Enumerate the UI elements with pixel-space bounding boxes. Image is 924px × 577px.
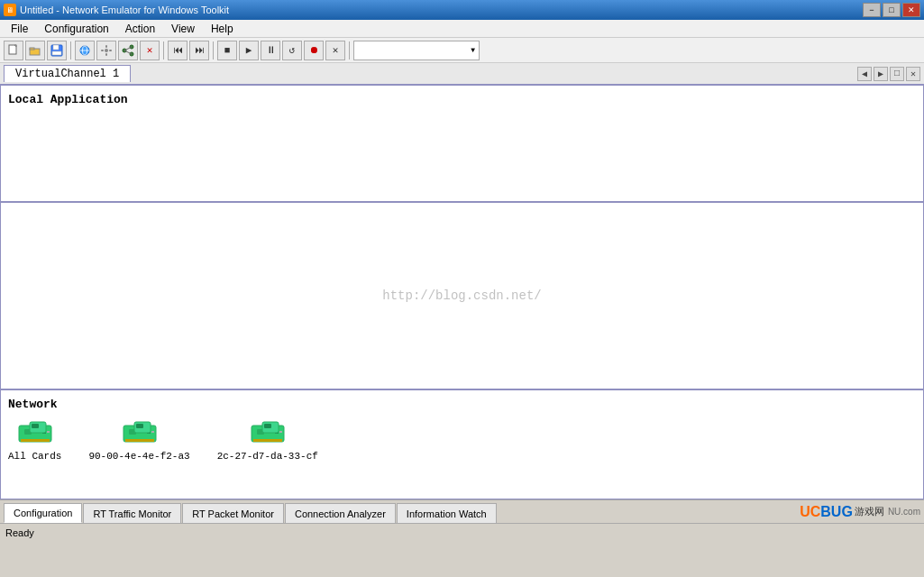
maximize-button[interactable]: □ (883, 3, 901, 17)
ucbug-sub: 游戏网 (855, 505, 884, 518)
svg-rect-5 (53, 45, 59, 50)
toolbar-sep-2 (163, 41, 164, 60)
tb-open-button[interactable] (25, 41, 45, 60)
svg-rect-6 (52, 51, 61, 55)
tb-delete-button[interactable]: ✕ (140, 41, 160, 60)
svg-rect-30 (151, 431, 154, 433)
svg-rect-3 (30, 48, 34, 50)
svg-rect-11 (105, 45, 107, 48)
network-item-all-cards[interactable]: All Cards (8, 418, 61, 462)
tb-pause-button[interactable]: ⏸ (261, 41, 280, 60)
tab-controls: ◀ ▶ □ ✕ (857, 67, 920, 81)
tab-rt-traffic[interactable]: RT Traffic Monitor (83, 503, 181, 523)
channel-tab-bar: VirtualChannel 1 ◀ ▶ □ ✕ (0, 63, 924, 85)
local-app-title: Local Application (8, 93, 916, 106)
tab-next-button[interactable]: ▶ (874, 67, 888, 81)
menu-help[interactable]: Help (204, 21, 241, 37)
svg-rect-31 (125, 439, 154, 442)
close-button[interactable]: ✕ (902, 3, 920, 17)
tab-connection[interactable]: Connection Analyzer (285, 503, 396, 523)
minimize-button[interactable]: − (863, 3, 881, 17)
toolbar-sep-1 (70, 41, 71, 60)
virtual-channel-tab[interactable]: VirtualChannel 1 (4, 65, 131, 82)
tab-rt-packet[interactable]: RT Packet Monitor (182, 503, 284, 523)
statusbar: Ready (0, 523, 924, 541)
menu-view[interactable]: View (164, 21, 202, 37)
svg-rect-14 (109, 50, 112, 51)
nu-com: NU.com (888, 507, 920, 517)
tb-new-button[interactable] (4, 41, 23, 60)
tb-forward-button[interactable]: ⏭ (189, 41, 209, 60)
svg-rect-13 (101, 50, 104, 51)
tb-refresh-button[interactable]: ↺ (282, 41, 302, 60)
toolbar-sep-3 (213, 41, 214, 60)
network-item-card-2[interactable]: 2c-27-d7-da-33-cf (217, 418, 318, 462)
menu-file[interactable]: File (4, 21, 35, 37)
titlebar-controls[interactable]: − □ ✕ (863, 3, 920, 17)
ucbug-brand: UC (800, 504, 820, 520)
tab-prev-button[interactable]: ◀ (857, 67, 872, 81)
all-cards-icon (17, 418, 53, 447)
tb-connect-button[interactable] (118, 41, 138, 60)
svg-rect-26 (32, 424, 39, 428)
toolbar: ✕ ⏮ ⏭ ■ ▶ ⏸ ↺ ⏺ ✕ ▼ (0, 38, 924, 63)
bottom-tabs: Configuration RT Traffic Monitor RT Pack… (0, 499, 924, 523)
menu-configuration[interactable]: Configuration (37, 21, 115, 37)
toolbar-sep-4 (349, 41, 350, 60)
ucbug-brand2: BUG (820, 504, 853, 520)
svg-rect-12 (105, 53, 107, 56)
svg-rect-24 (21, 439, 50, 442)
tb-globe-button[interactable] (75, 41, 95, 60)
tb-stop-button[interactable]: ■ (217, 41, 237, 60)
tb-dropdown[interactable]: ▼ (353, 41, 480, 60)
all-cards-label: All Cards (8, 451, 61, 462)
card-2-icon (250, 418, 286, 447)
middle-panel: http://blog.csdn.net/ (1, 203, 923, 390)
network-item-card-1[interactable]: 90-00-4e-4e-f2-a3 (88, 418, 189, 462)
network-title: Network (8, 398, 916, 411)
tb-save-button[interactable] (47, 41, 67, 60)
svg-rect-40 (264, 424, 271, 428)
tb-clear-button[interactable]: ✕ (325, 41, 345, 60)
svg-rect-23 (47, 431, 50, 433)
card-1-label: 90-00-4e-4e-f2-a3 (88, 451, 189, 462)
tb-record-button[interactable]: ⏺ (304, 41, 324, 60)
menu-action[interactable]: Action (118, 21, 162, 37)
card-1-icon (122, 418, 158, 447)
watermark-text: http://blog.csdn.net/ (382, 288, 541, 303)
network-items: All Cards 90-00-4e-4e-f2-a3 (8, 418, 916, 462)
network-panel: Network (1, 390, 923, 499)
main-area: Local Application http://blog.csdn.net/ … (0, 85, 924, 499)
ucbug-logo: UCBUG游戏网 NU.com (800, 500, 920, 523)
titlebar-left: 🖥 Untitled - Network Emulator for Window… (4, 4, 229, 16)
app-icon: 🖥 (4, 4, 16, 16)
status-text: Ready (5, 527, 34, 538)
tb-settings-button[interactable] (96, 41, 116, 60)
local-app-panel: Local Application (1, 86, 923, 203)
tb-play-button[interactable]: ▶ (239, 41, 259, 60)
tb-skipback-button[interactable]: ⏮ (168, 41, 188, 60)
tab-close-button[interactable]: ✕ (906, 67, 920, 81)
window-title: Untitled - Network Emulator for Windows … (20, 5, 229, 15)
card-2-label: 2c-27-d7-da-33-cf (217, 451, 318, 462)
tab-information[interactable]: Information Watch (397, 503, 497, 523)
titlebar: 🖥 Untitled - Network Emulator for Window… (0, 0, 924, 20)
tab-configuration[interactable]: Configuration (4, 503, 82, 523)
svg-rect-37 (279, 431, 282, 433)
svg-rect-0 (9, 45, 16, 54)
svg-point-10 (105, 49, 108, 52)
tab-maximize-button[interactable]: □ (890, 67, 904, 81)
svg-rect-38 (253, 439, 282, 442)
svg-rect-33 (136, 424, 143, 428)
menubar: File Configuration Action View Help (0, 20, 924, 38)
chevron-down-icon: ▼ (471, 46, 475, 54)
